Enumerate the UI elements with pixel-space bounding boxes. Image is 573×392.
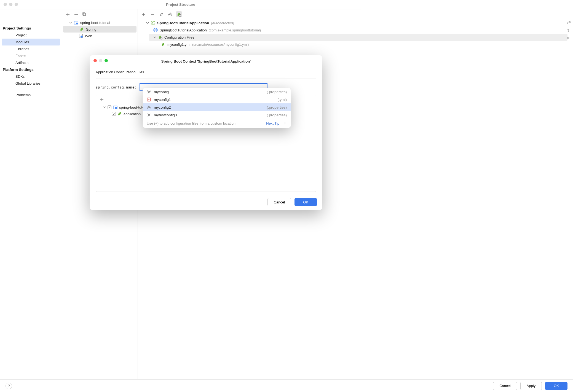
facet-web-label: Web	[85, 34, 92, 38]
ac-item-myconfig2[interactable]: myconfig2 (.properties)	[143, 103, 291, 111]
nav-history: ← →	[4, 24, 19, 30]
sidebar-item-artifacts[interactable]: Artifacts	[2, 59, 60, 66]
chevron-down-icon	[146, 22, 149, 24]
module-root[interactable]: spring-boot-tutorial	[62, 19, 138, 26]
modal-minimize-icon[interactable]	[99, 59, 102, 62]
ac-footer: Use (+) to add configuration files from …	[143, 119, 291, 128]
detail-toolbar	[138, 9, 361, 19]
modal-section-label: Application Configuration Files	[96, 70, 316, 74]
sidebar-item-sdks[interactable]: SDKs	[2, 73, 60, 80]
modal-footer: Cancel OK	[267, 198, 317, 206]
ac-item-name: myconfig	[154, 90, 169, 94]
modal-traffic-lights	[93, 59, 108, 62]
svg-text:@: @	[154, 29, 157, 31]
kebab-menu-icon[interactable]: ⋮	[283, 121, 287, 125]
sidebar-item-project[interactable]: Project	[2, 32, 60, 39]
root-checkbox[interactable]: ✓	[108, 105, 111, 109]
sidebar-divider	[3, 89, 59, 89]
chevron-down-icon	[69, 21, 72, 24]
modules-toolbar	[62, 9, 138, 19]
zoom-window-icon[interactable]	[15, 3, 18, 6]
modal-title: Spring Boot Context 'SpringBootTutorialA…	[90, 58, 322, 63]
folder-module-icon	[113, 105, 117, 109]
nav-forward-icon[interactable]: →	[14, 24, 19, 30]
svg-rect-13	[115, 107, 117, 109]
spring-boot-context-dialog: Spring Boot Context 'SpringBootTutorialA…	[90, 55, 322, 210]
sidebar-item-facets[interactable]: Facets	[2, 52, 60, 59]
title-bar: Project Structure	[0, 0, 361, 9]
file-checkbox[interactable]: ✓	[112, 112, 116, 116]
ac-item-mytestconfig3[interactable]: mytestconfig3 (.properties)	[143, 111, 291, 119]
svg-rect-0	[83, 13, 85, 16]
ac-item-ext: (.properties)	[267, 90, 287, 94]
app-child-row[interactable]: @ SpringBootTutorialApplication (com.exa…	[138, 26, 361, 34]
ac-item-myconfig1[interactable]: Y myconfig1 (.yml)	[143, 96, 291, 103]
gear-icon	[147, 113, 151, 117]
svg-point-8	[151, 21, 155, 25]
nav-back-icon[interactable]: ←	[4, 24, 9, 30]
add-config-file-icon[interactable]	[99, 96, 105, 103]
modal-zoom-icon[interactable]	[105, 59, 108, 62]
sidebar-item-modules[interactable]: Modules	[2, 39, 60, 45]
ac-item-myconfig[interactable]: myconfig (.properties)	[143, 88, 291, 96]
close-window-icon[interactable]	[4, 3, 7, 6]
config-name-label: spring.config.name:	[96, 85, 137, 89]
bean-icon: @	[153, 28, 158, 32]
svg-point-6	[170, 14, 171, 15]
spring-leaf-icon	[80, 27, 84, 31]
ac-item-name: mytestconfig3	[154, 113, 177, 117]
config-files-row[interactable]: Configuration Files	[149, 34, 361, 41]
app-root-row[interactable]: SpringBootTutorialApplication (autodetec…	[138, 19, 361, 26]
module-root-label: spring-boot-tutorial	[80, 21, 110, 25]
remove-module-icon[interactable]	[73, 11, 79, 17]
chevron-down-icon	[103, 106, 106, 109]
svg-rect-1	[83, 13, 85, 15]
platform-settings-heading: Platform Settings	[0, 66, 62, 73]
spring-config-icon	[158, 35, 162, 39]
app-name: SpringBootTutorialApplication	[157, 21, 209, 25]
sidebar-item-libraries[interactable]: Libraries	[2, 45, 60, 52]
sidebar-item-problems[interactable]: Problems	[2, 92, 60, 98]
config-tree-file-label: application	[124, 112, 141, 116]
ac-footer-hint: Use (+) to add configuration files from …	[147, 121, 235, 125]
config-autocomplete-popup: myconfig (.properties) Y myconfig1 (.yml…	[143, 88, 291, 128]
modal-body: Application Configuration Files spring.c…	[90, 66, 322, 192]
web-file-icon	[79, 34, 83, 38]
config-file-row[interactable]: myconfig1.yml (src/main/resources/myconf…	[138, 41, 361, 48]
ac-item-ext: (.yml)	[277, 98, 287, 102]
ac-item-name: myconfig1	[154, 98, 171, 102]
mac-traffic-lights	[4, 3, 18, 6]
config-file-name: myconfig1.yml	[167, 42, 190, 47]
sidebar-item-global-libraries[interactable]: Global Libraries	[2, 80, 60, 87]
edit-context-icon[interactable]	[158, 11, 164, 17]
modal-title-bar: Spring Boot Context 'SpringBootTutorialA…	[90, 55, 322, 66]
spring-app-icon	[151, 21, 155, 25]
gear-icon[interactable]	[167, 11, 173, 17]
svg-point-7	[179, 14, 181, 17]
add-module-icon[interactable]	[65, 11, 71, 17]
app-child-pkg: (com.example.springboottutorial)	[209, 28, 261, 32]
minimize-window-icon[interactable]	[9, 3, 12, 6]
modal-ok-button[interactable]: OK	[294, 198, 317, 206]
svg-point-18	[148, 114, 150, 116]
remove-context-icon[interactable]	[149, 11, 156, 17]
copy-module-icon[interactable]	[81, 11, 87, 17]
facet-spring[interactable]: Spring	[63, 26, 136, 33]
modal-close-icon[interactable]	[93, 59, 97, 62]
spring-yml-icon	[161, 42, 165, 47]
facet-spring-label: Spring	[86, 27, 97, 31]
yml-file-icon: Y	[147, 97, 151, 102]
window-title: Project Structure	[0, 2, 361, 7]
modal-cancel-button[interactable]: Cancel	[267, 198, 291, 206]
config-files-label: Configuration Files	[164, 35, 194, 39]
gear-icon	[147, 90, 151, 94]
svg-text:Y: Y	[148, 98, 150, 101]
ac-item-ext: (.properties)	[267, 105, 287, 109]
svg-point-17	[148, 107, 150, 108]
gear-icon	[147, 105, 151, 109]
facet-web[interactable]: Web	[62, 33, 138, 39]
add-context-icon[interactable]	[141, 11, 147, 17]
next-tip-link[interactable]: Next Tip	[266, 121, 279, 125]
settings-sidebar: ← → Project Settings Project Modules Lib…	[0, 9, 62, 248]
spring-boot-config-icon[interactable]	[176, 11, 182, 17]
